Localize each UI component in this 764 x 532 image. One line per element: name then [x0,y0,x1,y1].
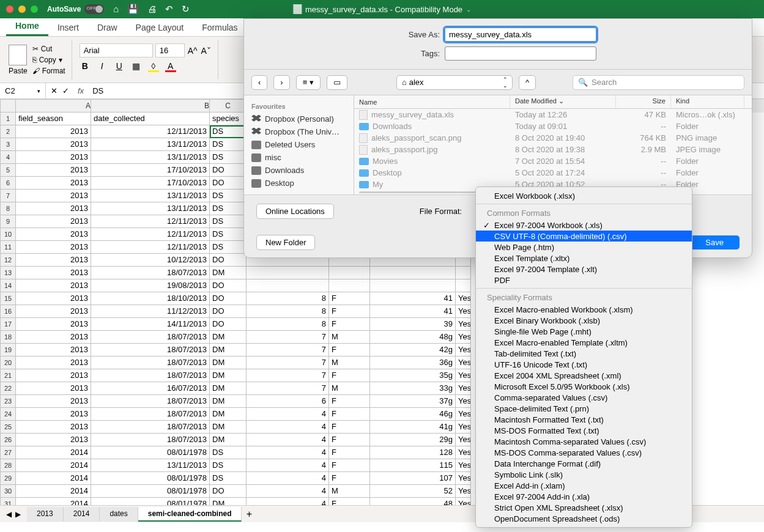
cell[interactable]: DS [210,215,247,228]
cell[interactable] [329,279,370,292]
cell[interactable]: DO [210,177,247,190]
format-option[interactable]: Microsoft Excel 5.0/95 Workbook (.xls) [476,381,692,392]
online-locations-button[interactable]: Online Locations [256,204,334,219]
row-header[interactable]: 29 [0,472,16,485]
row-header[interactable]: 27 [0,446,16,459]
home-icon[interactable]: ⌂ [113,4,119,15]
format-option[interactable]: Comma-separated Values (.csv) [476,392,692,403]
location-select[interactable]: ⌂ alex [396,75,513,90]
cell[interactable]: 2013 [16,190,91,202]
cell[interactable]: M [329,382,370,395]
cell[interactable]: 8 [247,318,329,331]
cell[interactable]: 36g [370,357,456,369]
cell[interactable] [329,267,370,279]
cell[interactable]: 52 [370,485,456,498]
row-header[interactable]: 10 [0,228,16,241]
cell[interactable]: Yes [456,395,471,408]
close-window-button[interactable] [6,6,13,13]
cell[interactable]: DS [210,202,247,215]
cell[interactable]: Yes [456,472,471,485]
row-header[interactable]: 6 [0,177,16,190]
format-option[interactable]: CSV UTF-8 (Comma-delimited) (.csv) [476,231,692,242]
format-option[interactable]: Excel Template (.xltx) [476,253,692,264]
cell[interactable]: 2013 [16,151,91,164]
cell[interactable]: F [329,318,370,331]
cell[interactable]: 33g [370,382,456,395]
cell[interactable]: 10/12/2013 [91,254,210,267]
col-date-header[interactable]: Date Modified ⌄ [510,95,616,108]
cell[interactable]: DS [210,138,247,151]
accept-formula-icon[interactable]: ✓ [62,86,69,95]
cell[interactable]: 18/10/2013 [91,292,210,305]
autosave-toggle[interactable]: AutoSave OFF [47,4,104,14]
cell[interactable]: DO [210,279,247,292]
row-header[interactable]: 11 [0,241,16,254]
cell[interactable]: Yes [456,421,471,434]
select-all-corner[interactable] [0,99,16,113]
cell[interactable]: DO [210,305,247,318]
cell[interactable]: 2013 [16,434,91,446]
row-header[interactable]: 20 [0,357,16,369]
row-header[interactable]: 13 [0,267,16,279]
row-header[interactable]: 23 [0,395,16,408]
sheet-nav-prev-icon[interactable]: ◀ [6,510,12,519]
format-option[interactable]: Excel 97-2004 Workbook (.xls) [476,220,692,231]
cell[interactable]: 2014 [16,446,91,459]
paste-button[interactable]: Paste [6,42,30,78]
row-header[interactable]: 4 [0,151,16,164]
row-header[interactable]: 16 [0,305,16,318]
sidebar-item[interactable]: Downloads [244,164,354,177]
cell[interactable]: 4 [247,459,329,472]
sidebar-item[interactable]: Deleted Users [244,138,354,151]
format-option[interactable]: Web Page (.htm) [476,242,692,253]
cell[interactable]: Yes [456,305,471,318]
row-header[interactable]: 14 [0,279,16,292]
row-header[interactable]: 22 [0,382,16,395]
cell[interactable]: Yes [456,446,471,459]
cell[interactable]: DM [210,267,247,279]
cell[interactable]: F [329,395,370,408]
cell[interactable]: species [210,113,247,125]
fill-color-button[interactable]: ◊ [148,61,159,71]
cell[interactable]: 18/07/2013 [91,434,210,446]
save-icon[interactable]: 💾 [127,4,139,15]
group-button[interactable]: ▭ [327,75,347,90]
cell[interactable]: 6 [247,395,329,408]
cell[interactable]: 2013 [16,254,91,267]
format-option[interactable]: Excel Add-in (.xlam) [476,480,692,491]
format-option[interactable]: PDF [476,275,692,286]
cell[interactable]: 18/07/2013 [91,421,210,434]
cell[interactable]: 4 [247,446,329,459]
cell[interactable]: DS [210,228,247,241]
add-sheet-button[interactable]: + [242,509,256,520]
cell[interactable]: 2014 [16,498,91,505]
format-option[interactable]: Space-delimited Text (.prn) [476,403,692,414]
cell[interactable]: DM [210,357,247,369]
cell[interactable]: M [329,485,370,498]
cell[interactable]: DS [210,190,247,202]
cell[interactable]: DO [210,318,247,331]
row-header[interactable]: 8 [0,202,16,215]
cell[interactable]: F [329,446,370,459]
cell[interactable]: F [329,459,370,472]
sidebar-item[interactable]: Dropbox (The Univ… [244,125,354,138]
cell[interactable]: 12/11/2013 [91,241,210,254]
row-header[interactable]: 18 [0,331,16,344]
cell[interactable] [456,279,471,292]
cell[interactable]: 48g [370,331,456,344]
cell[interactable]: 2014 [16,472,91,485]
row-header[interactable]: 15 [0,292,16,305]
column-header[interactable]: B [91,99,210,113]
cell[interactable]: F [329,408,370,421]
cell[interactable]: DM [210,382,247,395]
cell[interactable]: 41g [370,421,456,434]
cell[interactable] [456,267,471,279]
cell[interactable]: 4 [247,485,329,498]
cell[interactable]: 08/01/1978 [91,498,210,505]
cell[interactable]: DM [210,408,247,421]
cell[interactable]: 18/07/2013 [91,344,210,357]
increase-font-icon[interactable]: A^ [187,46,198,56]
sheet-tab[interactable]: 2014 [64,507,100,522]
sheet-tab[interactable]: 2013 [27,507,64,522]
format-option[interactable]: Symbolic Link (.slk) [476,469,692,480]
